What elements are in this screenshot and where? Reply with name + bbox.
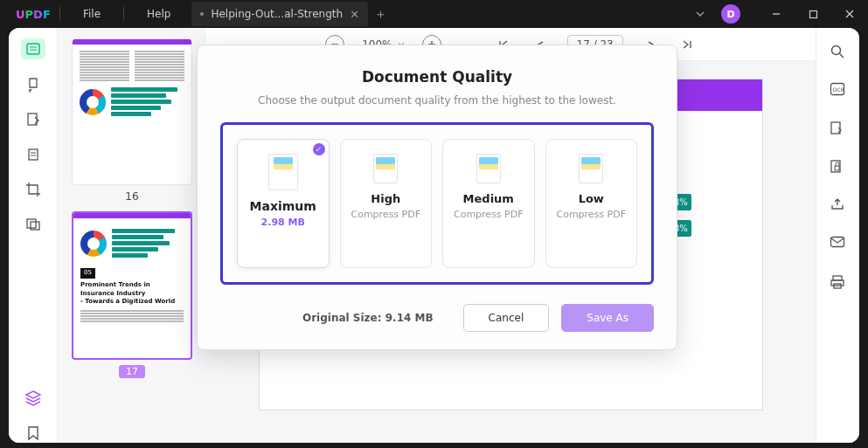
redact-tool-icon[interactable] — [24, 215, 43, 234]
quality-option-maximum[interactable]: ✓ Maximum 2.98 MB — [237, 139, 330, 268]
maximize-button[interactable] — [795, 0, 831, 28]
save-as-button[interactable]: Save As — [561, 304, 654, 332]
email-icon[interactable] — [830, 236, 847, 253]
page-thumbnail[interactable]: 05 Prominent Trends in Insurance Industr… — [72, 211, 192, 360]
selected-check-icon: ✓ — [313, 143, 325, 155]
quality-option-title: Maximum — [245, 199, 322, 213]
reader-mode-icon[interactable] — [21, 38, 45, 59]
quality-option-size: 2.98 MB — [245, 217, 322, 228]
svg-line-15 — [839, 54, 844, 59]
quality-preview-icon — [476, 154, 501, 183]
window-menu-icon[interactable] — [695, 9, 705, 19]
comment-tool-icon[interactable] — [24, 75, 43, 94]
bookmark-icon[interactable] — [24, 424, 43, 443]
dialog-title: Document Quality — [220, 68, 654, 86]
add-tab-button[interactable]: ＋ — [368, 6, 392, 23]
ocr-icon[interactable]: OCR — [830, 82, 847, 100]
tab-title: Helping-Out...al-Strength — [211, 8, 343, 20]
menu-help[interactable]: Help — [131, 8, 186, 20]
convert-icon[interactable] — [830, 121, 847, 138]
svg-rect-1 — [809, 10, 816, 17]
menu-file[interactable]: File — [67, 8, 116, 20]
dialog-subtitle: Choose the output document quality from … — [220, 94, 654, 107]
thumbnail-page-number: 17 — [72, 365, 192, 377]
search-icon[interactable] — [830, 44, 847, 61]
cancel-button[interactable]: Cancel — [463, 304, 550, 332]
dialog-footer: Original Size: 9.14 MB Cancel Save As — [220, 304, 654, 332]
print-icon[interactable] — [830, 274, 847, 292]
titlebar: UPDF File Help Helping-Out...al-Strength… — [0, 0, 868, 28]
quality-option-title: Low — [553, 192, 630, 205]
app-logo: UPDF — [0, 8, 52, 21]
quality-preview-icon — [373, 154, 398, 183]
quality-preview-icon — [579, 154, 603, 183]
quality-option-low[interactable]: Low Compress PDF — [545, 139, 638, 268]
quality-option-sub: Compress PDF — [553, 209, 630, 220]
svg-rect-2 — [27, 44, 39, 54]
document-quality-dialog: Document Quality Choose the output docum… — [197, 45, 677, 350]
quality-options: ✓ Maximum 2.98 MB High Compress PDF Medi… — [220, 122, 654, 285]
tab-indicator-icon — [200, 12, 204, 16]
layers-icon[interactable] — [24, 389, 43, 408]
svg-text:OCR: OCR — [832, 86, 844, 93]
crop-tool-icon[interactable] — [24, 180, 43, 199]
quality-option-medium[interactable]: Medium Compress PDF — [442, 139, 535, 268]
svg-rect-9 — [27, 219, 36, 228]
quality-option-title: Medium — [450, 192, 527, 205]
quality-preview-icon — [268, 154, 298, 190]
quality-option-sub: Compress PDF — [348, 209, 425, 220]
left-tool-rail — [9, 28, 58, 443]
svg-rect-21 — [830, 238, 844, 247]
last-page-button[interactable] — [677, 35, 697, 54]
edit-tool-icon[interactable] — [24, 110, 43, 129]
svg-rect-23 — [831, 280, 844, 286]
right-tool-rail: OCR — [816, 28, 859, 443]
document-tab[interactable]: Helping-Out...al-Strength ✕ — [191, 2, 368, 26]
user-avatar[interactable]: D — [721, 4, 740, 24]
svg-point-14 — [831, 46, 840, 55]
close-window-button[interactable] — [831, 0, 868, 28]
svg-rect-6 — [29, 149, 38, 160]
quality-option-title: High — [348, 192, 425, 205]
quality-option-high[interactable]: High Compress PDF — [340, 139, 433, 268]
page-thumbnail[interactable] — [72, 38, 192, 185]
minimize-button[interactable] — [758, 0, 795, 28]
window-controls — [758, 0, 868, 28]
original-size-label: Original Size: 9.14 MB — [302, 312, 434, 324]
svg-rect-22 — [833, 276, 842, 280]
thumbnail-panel: 16 05 Prominent Trends in Insurance Indu… — [58, 28, 206, 443]
organize-tool-icon[interactable] — [24, 145, 43, 164]
divider — [59, 7, 60, 21]
thumbnail-page-number: 16 — [72, 190, 192, 203]
divider — [123, 7, 124, 21]
share-icon[interactable] — [830, 197, 847, 215]
close-tab-icon[interactable]: ✕ — [350, 8, 359, 21]
protect-icon[interactable] — [830, 159, 847, 176]
quality-option-sub: Compress PDF — [450, 209, 527, 220]
svg-rect-20 — [835, 166, 839, 170]
